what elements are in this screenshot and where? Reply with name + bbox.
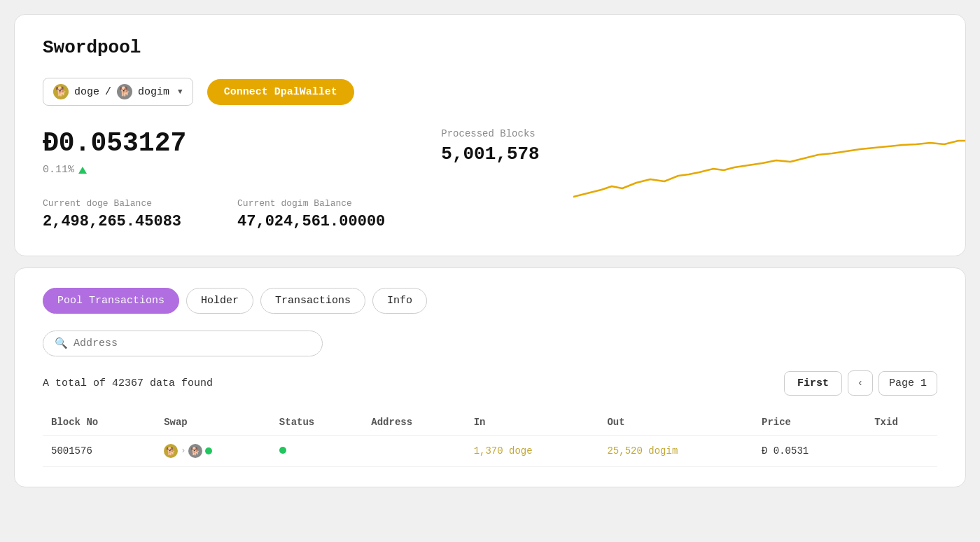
search-row: 🔍 [43, 331, 937, 356]
swap-from-icon: 🐕 [164, 444, 178, 458]
dogim-balance: Current dogim Balance 47,024,561.00000 [237, 198, 385, 230]
price-number: 0.053127 [59, 128, 186, 158]
col-address: Address [363, 410, 465, 436]
col-txid: Txid [866, 410, 937, 436]
price-section: Đ0.053127 0.11% Current doge Balance 2,4… [43, 128, 385, 230]
balance-row: Current doge Balance 2,498,265.45083 Cur… [43, 198, 385, 230]
page-label: Page 1 [878, 371, 937, 396]
tab-info[interactable]: Info [372, 288, 427, 314]
cell-status [271, 436, 363, 467]
price-value: Đ0.053127 [43, 128, 385, 158]
cell-swap: 🐕 › 🐕 [155, 436, 271, 467]
processed-blocks-label: Processed Blocks [441, 128, 539, 139]
tab-holder[interactable]: Holder [186, 288, 253, 314]
processed-blocks-section: Processed Blocks 5,001,578 [441, 128, 539, 165]
search-input-wrap: 🔍 [43, 331, 323, 356]
cell-block-no: 5001576 [43, 436, 155, 467]
connect-wallet-button[interactable]: Connect DpalWallet [207, 79, 354, 105]
chevron-down-icon: ▼ [178, 88, 183, 96]
cell-txid [866, 436, 937, 467]
price-change-value: 0.11% [43, 164, 74, 176]
cell-out: 25,520 dogim [598, 436, 753, 467]
status-indicator [279, 447, 286, 454]
processed-blocks-value: 5,001,578 [441, 144, 539, 165]
cell-address [363, 436, 465, 467]
total-count-text: A total of 42367 data found [43, 377, 213, 389]
tabs-row: Pool Transactions Holder Transactions In… [43, 288, 937, 314]
price-chart [573, 71, 965, 211]
pagination-row: A total of 42367 data found First ‹ Page… [43, 370, 937, 396]
transactions-table-wrap: Block No Swap Status Address In Out Pric… [43, 410, 937, 467]
up-arrow-icon [78, 167, 87, 174]
cell-in: 1,370 doge [465, 436, 599, 467]
dogim-balance-value: 47,024,561.00000 [237, 213, 385, 230]
cell-price: Đ 0.0531 [753, 436, 866, 467]
search-input[interactable] [74, 338, 311, 349]
top-card: Swordpool 🐕 doge / 🐕 dogim ▼ Connect Dpa… [14, 14, 966, 256]
doge-balance: Current doge Balance 2,498,265.45083 [43, 198, 181, 230]
pair-doge-label: doge [74, 86, 99, 98]
pagination-controls: First ‹ Page 1 [784, 370, 937, 396]
table-body: 5001576 🐕 › 🐕 1,370 doge 25 [43, 436, 937, 467]
prev-page-button[interactable]: ‹ [848, 370, 873, 396]
search-icon: 🔍 [55, 337, 68, 350]
table-row: 5001576 🐕 › 🐕 1,370 doge 25 [43, 436, 937, 467]
doge-coin-icon: 🐕 [53, 84, 69, 99]
pair-selector[interactable]: 🐕 doge / 🐕 dogim ▼ [43, 78, 193, 106]
col-block-no: Block No [43, 410, 155, 436]
first-page-button[interactable]: First [784, 371, 842, 396]
col-out: Out [598, 410, 753, 436]
dogim-balance-label: Current dogim Balance [237, 198, 385, 209]
col-status: Status [271, 410, 363, 436]
separator: / [105, 86, 111, 98]
status-dot [205, 447, 212, 454]
swap-icons: 🐕 › 🐕 [164, 444, 262, 458]
swap-arrow-icon: › [181, 446, 186, 456]
bottom-card: Pool Transactions Holder Transactions In… [14, 267, 966, 487]
app-title: Swordpool [43, 37, 937, 58]
dogim-coin-icon: 🐕 [117, 84, 132, 99]
swap-to-icon: 🐕 [188, 444, 202, 458]
col-swap: Swap [155, 410, 271, 436]
tab-pool-transactions[interactable]: Pool Transactions [43, 288, 179, 314]
price-change: 0.11% [43, 164, 385, 176]
doge-balance-value: 2,498,265.45083 [43, 213, 181, 230]
price-symbol: Đ [43, 128, 59, 158]
pair-dogim-label: dogim [138, 86, 169, 98]
prev-icon: ‹ [858, 377, 863, 389]
col-in: In [465, 410, 599, 436]
doge-balance-label: Current doge Balance [43, 198, 181, 209]
table-header: Block No Swap Status Address In Out Pric… [43, 410, 937, 436]
col-price: Price [753, 410, 866, 436]
tab-transactions[interactable]: Transactions [260, 288, 365, 314]
transactions-table: Block No Swap Status Address In Out Pric… [43, 410, 937, 467]
